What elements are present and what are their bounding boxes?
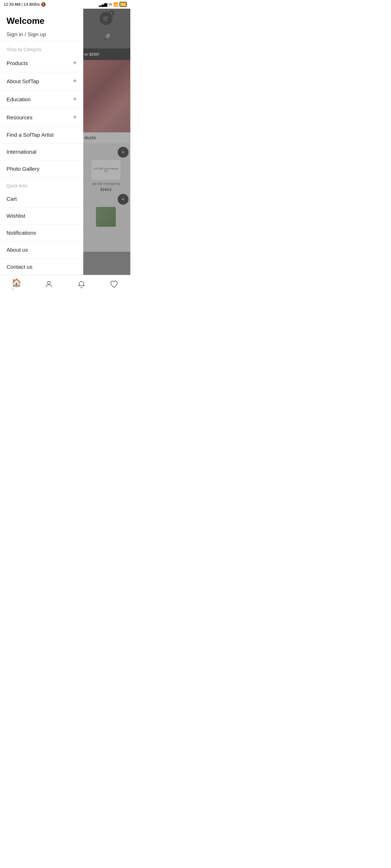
find-artist-label: Find a SofTap Artist (7, 132, 54, 138)
quick-links-label: Quick links (0, 178, 83, 191)
mic-icon: 🎤 (101, 34, 111, 43)
about-softap-label: About SofTap (7, 78, 39, 84)
menu-item-photo-gallery[interactable]: Photo Gallery (0, 161, 83, 178)
bg-add-button-2: + (118, 194, 129, 205)
bg-mic-bar: 🎤 (81, 29, 130, 48)
wishlist-label: Wishlist (7, 213, 25, 219)
cart-label: Cart (7, 196, 17, 202)
heart-icon (110, 280, 118, 290)
bg-product-price: $144.5 (100, 188, 112, 192)
notifications-label: Notifications (7, 230, 36, 236)
resources-label: Resources (7, 114, 33, 120)
bg-product-image (81, 60, 130, 132)
menu-item-education[interactable]: Education + (0, 90, 83, 109)
svg-point-0 (47, 281, 50, 284)
cart-badge: 0 (109, 10, 114, 16)
signal-icon: ▂▄▆ (99, 2, 108, 7)
menu-item-wishlist[interactable]: Wishlist (0, 208, 83, 225)
shop-by-category-label: Shop by Category (0, 41, 83, 54)
menu-item-about-softap[interactable]: About SofTap + (0, 72, 83, 90)
status-bar: 12:39 AM | 14.8KB/s 🔕 ▂▄▆ Vo 📶 99 (0, 0, 130, 9)
status-right: ▂▄▆ Vo 📶 99 (99, 2, 127, 7)
menu-item-find-artist[interactable]: Find a SofTap Artist (0, 127, 83, 144)
menu-item-about-us[interactable]: About us (0, 242, 83, 259)
nav-home[interactable]: 🏠 Home (0, 278, 33, 289)
bg-product-area: + SOFTAP. ional Needle Kit ayl Skin Ener… (81, 143, 130, 252)
menu-item-notifications[interactable]: Notifications (0, 225, 83, 242)
menu-item-international[interactable]: International (0, 144, 83, 161)
bottom-nav: 🏠 Home (0, 275, 130, 289)
menu-item-resources[interactable]: Resources + (0, 109, 83, 127)
products-label: Products (7, 60, 28, 66)
about-expand-icon: + (73, 77, 77, 85)
home-label: Home (12, 288, 21, 289)
promo-text: er $200! (84, 52, 100, 56)
time-display: 12:39 AM (4, 2, 20, 7)
education-label: Education (7, 96, 31, 102)
nav-notifications[interactable] (65, 280, 98, 290)
network-speed: 14.8KB/s (24, 2, 40, 7)
profile-icon (45, 280, 53, 290)
contact-us-label: Contact us (7, 264, 33, 270)
about-us-label: About us (7, 247, 28, 253)
status-left: 12:39 AM | 14.8KB/s 🔕 (4, 2, 46, 7)
menu-signin-link[interactable]: Sign in / Sign up (7, 31, 77, 37)
nav-wishlist[interactable] (98, 280, 130, 290)
battery-level: 99 (119, 2, 127, 7)
screen: 🛒 0 🎤 er $200! ducts + SOFTAP. ional Nee… (0, 9, 130, 275)
products-expand-icon: + (73, 59, 77, 67)
education-expand-icon: + (73, 95, 77, 103)
side-menu: Welcome Sign in / Sign up Shop by Catego… (0, 9, 83, 275)
mute-icon: 🔕 (41, 2, 46, 7)
home-icon: 🏠 (12, 278, 21, 288)
wifi-icon: 📶 (113, 2, 118, 7)
bg-product-thumbnail (96, 207, 116, 227)
menu-item-cart[interactable]: Cart (0, 191, 83, 208)
bg-product-name: ayl Skin Energizing (92, 182, 120, 186)
data-speed: | (21, 2, 22, 7)
menu-item-contact-us[interactable]: Contact us (0, 259, 83, 275)
photo-gallery-label: Photo Gallery (7, 166, 39, 172)
menu-welcome-title: Welcome (7, 16, 77, 26)
volte-icon: Vo (108, 3, 112, 6)
bell-icon (77, 280, 86, 290)
bg-product-card: SOFTAP. ional Needle Kit (92, 160, 121, 180)
bg-top-bar: 🛒 0 (81, 9, 130, 29)
bg-promo: er $200! (81, 48, 130, 60)
resources-expand-icon: + (73, 114, 77, 121)
bg-add-button: + (118, 147, 129, 158)
international-label: International (7, 149, 37, 155)
background-content: 🛒 0 🎤 er $200! ducts + SOFTAP. ional Nee… (81, 9, 130, 275)
bg-cart-icon: 🛒 0 (100, 12, 113, 25)
cart-icon-symbol: 🛒 (103, 16, 109, 21)
menu-header: Welcome Sign in / Sign up (0, 9, 83, 41)
menu-item-products[interactable]: Products + (0, 54, 83, 72)
bg-products-label: ducts (81, 132, 130, 143)
nav-profile[interactable] (33, 280, 65, 290)
